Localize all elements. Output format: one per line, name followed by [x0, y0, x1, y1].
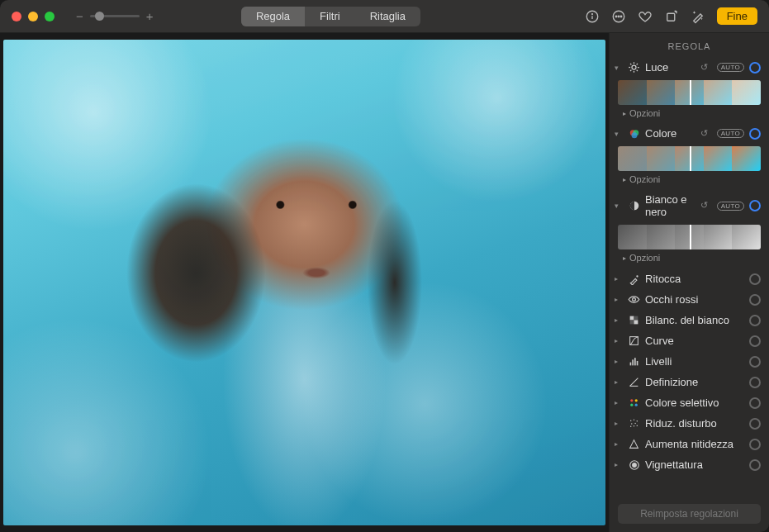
enable-color-toggle[interactable] [749, 128, 761, 140]
more-icon[interactable] [611, 9, 626, 24]
svg-point-33 [635, 399, 638, 401]
row-vignette[interactable]: ▸Vignettatura [610, 454, 769, 475]
enable-levels-toggle[interactable] [749, 356, 761, 368]
favorite-icon[interactable] [638, 9, 653, 24]
info-icon[interactable] [585, 9, 600, 24]
row-retouch[interactable]: ▸Ritocca [610, 268, 769, 289]
svg-point-39 [631, 423, 632, 424]
enable-light-toggle[interactable] [749, 62, 761, 74]
svg-point-5 [618, 16, 619, 17]
section-bw-header[interactable]: ▾ Bianco e nero ↺ AUTO [610, 190, 769, 221]
svg-rect-30 [634, 358, 636, 365]
row-redeye[interactable]: ▸Occhi rossi [610, 289, 769, 310]
enable-sharpen-toggle[interactable] [749, 439, 761, 450]
row-wb[interactable]: ▸Bilanc. del bianco [610, 310, 769, 330]
enable-curves-toggle[interactable] [749, 335, 761, 347]
chevron-right-icon: ▸ [615, 440, 623, 448]
row-levels[interactable]: ▸Livelli [610, 351, 769, 372]
auto-light-button[interactable]: AUTO [717, 63, 744, 72]
photo-canvas[interactable] [0, 33, 609, 532]
svg-rect-29 [632, 359, 634, 365]
sharpen-icon [628, 438, 640, 450]
toolbar-right: Fine [585, 7, 757, 25]
row-sharpen[interactable]: ▸Aumenta nitidezza [610, 434, 769, 454]
svg-point-22 [633, 298, 636, 302]
svg-rect-24 [634, 316, 638, 321]
zoom-control: − + [76, 9, 154, 23]
reset-color-icon[interactable]: ↺ [700, 128, 712, 140]
zoom-slider[interactable] [90, 15, 140, 17]
svg-point-38 [637, 420, 638, 421]
svg-point-40 [634, 423, 635, 424]
enable-retouch-toggle[interactable] [749, 273, 761, 285]
enable-redeye-toggle[interactable] [749, 294, 761, 306]
color-icon [628, 127, 640, 140]
tab-crop[interactable]: Ritaglia [355, 7, 420, 26]
chevron-right-icon: ▸ [623, 254, 626, 262]
done-button[interactable]: Fine [717, 7, 757, 25]
chevron-right-icon: ▸ [615, 337, 623, 344]
section-color-label: Colore [645, 127, 695, 140]
rotate-icon[interactable] [664, 9, 679, 24]
bw-options-toggle[interactable]: ▸Opzioni [610, 251, 769, 268]
tab-adjust[interactable]: Regola [241, 7, 305, 26]
svg-point-32 [630, 399, 633, 401]
minimize-window-button[interactable] [28, 12, 38, 21]
redeye-icon [628, 293, 640, 306]
auto-bw-button[interactable]: AUTO [717, 202, 744, 211]
section-light-header[interactable]: ▾ Luce ↺ AUTO [610, 58, 769, 77]
close-window-button[interactable] [12, 12, 21, 21]
reset-adjustments-button[interactable]: Reimposta regolazioni [618, 504, 761, 524]
section-color: ▾ Colore ↺ AUTO ▸Opzioni [610, 124, 769, 190]
row-vignette-label: Vignettatura [645, 458, 703, 471]
enable-selcolor-toggle[interactable] [749, 397, 761, 409]
adjust-sidebar: REGOLA ▾ Luce ↺ AUTO ▸Opzioni ▾ Colore ↺… [609, 33, 769, 532]
disclosure-down-icon: ▾ [615, 64, 623, 72]
row-definition[interactable]: ▸Definizione [610, 372, 769, 392]
zoom-in-icon[interactable]: + [146, 9, 154, 23]
enable-definition-toggle[interactable] [749, 377, 761, 388]
enable-bw-toggle[interactable] [749, 200, 761, 211]
levels-icon [628, 355, 640, 368]
auto-enhance-icon[interactable] [691, 9, 705, 24]
chevron-right-icon: ▸ [615, 275, 623, 283]
color-preview-strip[interactable] [618, 146, 761, 171]
reset-bw-icon[interactable]: ↺ [700, 200, 712, 211]
row-redeye-label: Occhi rossi [645, 293, 698, 306]
svg-point-19 [631, 132, 637, 138]
bw-preview-strip[interactable] [618, 225, 761, 249]
enable-noise-toggle[interactable] [749, 418, 761, 430]
enable-vignette-toggle[interactable] [749, 459, 761, 471]
svg-point-2 [591, 13, 592, 14]
svg-line-16 [637, 64, 638, 64]
titlebar: − + Regola Filtri Ritaglia Fine [0, 0, 769, 33]
section-color-header[interactable]: ▾ Colore ↺ AUTO [610, 124, 769, 143]
svg-point-8 [632, 65, 636, 69]
enable-wb-toggle[interactable] [749, 315, 761, 326]
zoom-out-icon[interactable]: − [76, 9, 83, 23]
svg-point-45 [632, 463, 636, 467]
row-wb-label: Bilanc. del bianco [645, 314, 729, 326]
reset-light-icon[interactable]: ↺ [700, 62, 712, 74]
row-noise[interactable]: ▸Riduz. disturbo [610, 413, 769, 434]
section-bw-label: Bianco e nero [645, 193, 695, 218]
chevron-right-icon: ▸ [623, 176, 626, 183]
light-options-toggle[interactable]: ▸Opzioni [610, 107, 769, 123]
svg-point-35 [635, 404, 638, 406]
color-options-toggle[interactable]: ▸Opzioni [610, 173, 769, 189]
color-options-label: Opzioni [629, 174, 660, 184]
fullscreen-window-button[interactable] [45, 12, 55, 21]
light-preview-strip[interactable] [618, 80, 761, 105]
svg-point-42 [634, 425, 634, 426]
svg-rect-25 [630, 321, 634, 325]
row-levels-label: Livelli [645, 355, 672, 368]
tab-filters[interactable]: Filtri [305, 7, 355, 26]
row-selcolor[interactable]: ▸Colore selettivo [610, 392, 769, 413]
row-curves-label: Curve [645, 335, 674, 347]
auto-color-button[interactable]: AUTO [717, 129, 744, 138]
definition-icon [628, 376, 640, 388]
zoom-slider-knob[interactable] [95, 12, 104, 21]
noise-icon [628, 417, 640, 430]
chevron-right-icon: ▸ [623, 110, 626, 117]
row-curves[interactable]: ▸Curve [610, 330, 769, 351]
